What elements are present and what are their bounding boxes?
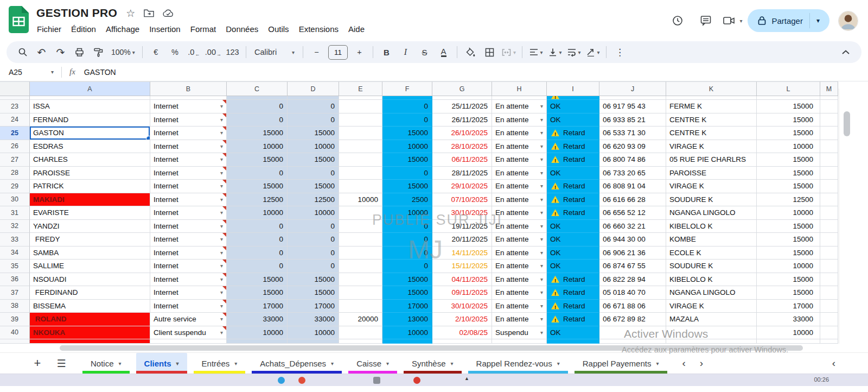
- dropdown-icon[interactable]: ▾: [540, 250, 546, 256]
- cell-due-date[interactable]: 30/10/2025: [432, 206, 492, 220]
- tab-dropdown-icon[interactable]: ▾: [176, 361, 179, 366]
- cell-amount[interactable]: 15000: [288, 127, 339, 140]
- cell-i-41[interactable]: [547, 339, 599, 344]
- cell-balance[interactable]: 0: [382, 260, 432, 273]
- more-toolbar-options-icon[interactable]: ⋮: [610, 44, 629, 60]
- cell-due-date[interactable]: 28/11/2025: [432, 167, 492, 180]
- cell-service-dropdown[interactable]: Internet▾: [150, 113, 227, 127]
- cell-location[interactable]: CENTRE K: [666, 113, 757, 127]
- cell-phone[interactable]: 06 656 52 12: [599, 206, 666, 220]
- search-icon[interactable]: [13, 44, 32, 60]
- cell-amount[interactable]: 15000: [288, 286, 339, 300]
- dropdown-icon[interactable]: ▾: [540, 210, 546, 216]
- column-header-h[interactable]: H: [492, 81, 547, 96]
- cell-empty[interactable]: [820, 300, 838, 313]
- cell-empty[interactable]: [820, 113, 838, 127]
- cell-total[interactable]: 15000: [757, 273, 820, 287]
- dropdown-icon[interactable]: ▾: [540, 276, 546, 282]
- tab-dropdown-icon[interactable]: ▾: [451, 361, 454, 366]
- cell-phone[interactable]: 06 944 30 00: [599, 233, 666, 246]
- cell-flag[interactable]: OK: [547, 326, 599, 340]
- select-all-corner[interactable]: [0, 81, 30, 96]
- cell-c-41[interactable]: [227, 339, 288, 344]
- cell-client-name[interactable]: SAMBA: [30, 246, 150, 260]
- cell-location[interactable]: KIBELOLO K: [666, 273, 757, 287]
- row-header-37[interactable]: 37: [0, 286, 30, 300]
- row-header-40[interactable]: 40: [0, 326, 30, 340]
- cell-service-dropdown[interactable]: Internet▾: [150, 220, 227, 233]
- cell-status-dropdown[interactable]: En attente▾: [492, 220, 547, 233]
- cell-phone[interactable]: 06 533 71 30: [599, 127, 666, 140]
- cell-client-name[interactable]: MAKIADI: [30, 193, 150, 207]
- cell-partial-payment[interactable]: [339, 286, 382, 300]
- italic-icon[interactable]: I: [396, 44, 415, 60]
- row-header-28[interactable]: 28: [0, 167, 30, 180]
- cell-amount-due[interactable]: 0: [227, 167, 288, 180]
- cell-partial-payment[interactable]: 20000: [339, 313, 382, 326]
- cell-phone[interactable]: 06 822 28 94: [599, 273, 666, 287]
- cell-balance[interactable]: 10000: [382, 140, 432, 154]
- cell-phone[interactable]: 05 018 40 70: [599, 286, 666, 300]
- cell-partial-payment[interactable]: [339, 273, 382, 287]
- cell-h-22[interactable]: [492, 96, 547, 100]
- cell-j-41[interactable]: [599, 339, 666, 344]
- cell-service-dropdown[interactable]: Internet▾: [150, 127, 227, 140]
- cell-total[interactable]: 17000: [757, 300, 820, 313]
- cell-total[interactable]: 15000: [757, 233, 820, 246]
- cell-d-22[interactable]: [288, 96, 339, 100]
- tab-dropdown-icon[interactable]: ▾: [557, 361, 560, 366]
- all-sheets-icon[interactable]: ☰: [53, 353, 69, 374]
- cell-balance[interactable]: 15000: [382, 127, 432, 140]
- row-header-36[interactable]: 36: [0, 273, 30, 287]
- cell-partial-payment[interactable]: [339, 127, 382, 140]
- cell-total[interactable]: 15000: [757, 113, 820, 127]
- cell-g-41[interactable]: [432, 339, 492, 344]
- vertical-scrollbar-thumb[interactable]: [844, 111, 850, 136]
- cell-balance[interactable]: 13000: [382, 313, 432, 326]
- cell-a-22[interactable]: [30, 96, 150, 100]
- column-header-k[interactable]: K: [666, 81, 757, 96]
- cell-balance[interactable]: 0: [382, 220, 432, 233]
- cell-empty[interactable]: [820, 313, 838, 326]
- cell-f-22[interactable]: [382, 96, 432, 100]
- cell-phone[interactable]: 06 917 95 43: [599, 100, 666, 113]
- row-header-38[interactable]: 38: [0, 300, 30, 313]
- print-icon[interactable]: [70, 44, 89, 60]
- cell-l-41[interactable]: [757, 339, 820, 344]
- row-header-32[interactable]: 32: [0, 220, 30, 233]
- cell-due-date[interactable]: 19/11/2025: [432, 220, 492, 233]
- cell-location[interactable]: SOUDURE K: [666, 193, 757, 207]
- cell-total[interactable]: 10000: [757, 260, 820, 273]
- cell-location[interactable]: NGANGA LINGOLO: [666, 206, 757, 220]
- cell-location[interactable]: MAZALA: [666, 313, 757, 326]
- cell-status-dropdown[interactable]: En attente▾: [492, 153, 547, 167]
- cell-b-22[interactable]: [150, 96, 227, 100]
- dropdown-icon[interactable]: ▾: [220, 130, 226, 136]
- version-history-icon[interactable]: [666, 9, 689, 32]
- cell-service-dropdown[interactable]: Internet▾: [150, 260, 227, 273]
- cell-amount[interactable]: 0: [288, 167, 339, 180]
- menu-format[interactable]: Format: [186, 23, 221, 35]
- dropdown-icon[interactable]: ▾: [540, 143, 546, 149]
- cell-k-41[interactable]: [666, 339, 757, 344]
- cell-service-dropdown[interactable]: Autre service▾: [150, 313, 227, 326]
- vertical-scrollbar[interactable]: ▲: [839, 88, 868, 351]
- cell-amount-due[interactable]: 12500: [227, 193, 288, 207]
- cell-amount[interactable]: 0: [288, 246, 339, 260]
- dropdown-icon[interactable]: ▾: [540, 170, 546, 176]
- cell-partial-payment[interactable]: [339, 100, 382, 113]
- menu-insertion[interactable]: Insertion: [144, 23, 186, 35]
- cloud-saved-icon[interactable]: [163, 9, 174, 17]
- column-header-d[interactable]: D: [288, 81, 339, 96]
- comments-icon[interactable]: [694, 9, 717, 32]
- sheet-tab-entr-es[interactable]: Entrées▾: [194, 353, 246, 374]
- cell-location[interactable]: [666, 326, 757, 340]
- cell-amount[interactable]: 17000: [288, 300, 339, 313]
- sheet-tab-notice[interactable]: Notice▾: [82, 353, 130, 374]
- cell-e-41[interactable]: [339, 339, 382, 344]
- cell-service-dropdown[interactable]: Internet▾: [150, 206, 227, 220]
- cell-empty[interactable]: [820, 180, 838, 193]
- menu-affichage[interactable]: Affichage: [101, 23, 144, 35]
- dropdown-icon[interactable]: ▾: [540, 316, 546, 322]
- cell-amount-due[interactable]: 15000: [227, 127, 288, 140]
